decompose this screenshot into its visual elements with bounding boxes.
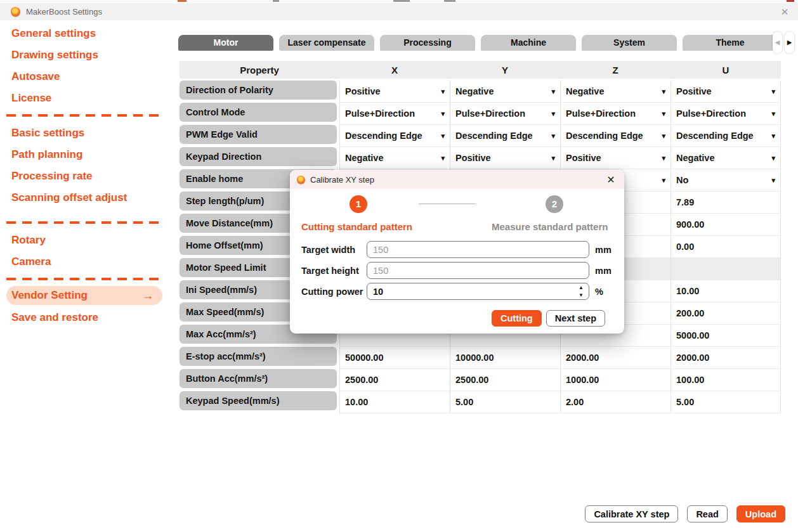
tab-bar: MotorLaser compensateProcessingMachineSy… xyxy=(178,35,778,51)
tab-machine[interactable]: Machine xyxy=(481,35,576,51)
cell-z-value[interactable]: 1000.00 xyxy=(560,369,670,391)
calibrate-xy-step-dialog: Calibrate XY step ✕ 1 2 Cutting standard… xyxy=(290,170,624,334)
cell-x-dropdown[interactable]: Descending Edge▾ xyxy=(339,125,450,147)
cell-y-value[interactable]: 10000.00 xyxy=(450,347,560,369)
cutting-button[interactable]: Cutting xyxy=(492,310,542,327)
sidebar-item-processing-rate[interactable]: Processing rate xyxy=(6,165,162,187)
tab-theme[interactable]: Theme xyxy=(683,35,778,51)
cell-value-text: 2000.00 xyxy=(676,353,709,363)
cutting-power-spinner[interactable]: ▲ ▼ xyxy=(577,285,585,298)
cell-y-dropdown[interactable]: Descending Edge▾ xyxy=(450,125,560,147)
table-row: PWM Edge ValidDescending Edge▾Descending… xyxy=(180,125,781,147)
tab-laser-compensate[interactable]: Laser compensate xyxy=(279,35,374,51)
cell-z-value[interactable]: 2000.00 xyxy=(560,347,670,369)
sidebar-item-autosave[interactable]: Autosave xyxy=(6,66,162,88)
cell-z-dropdown[interactable]: Positive▾ xyxy=(560,147,670,169)
cell-value-text: 5.00 xyxy=(455,397,473,407)
tab-scroll-right-icon[interactable]: ▶ xyxy=(785,32,794,53)
sidebar-item-vendor-setting[interactable]: Vendor Setting→ xyxy=(6,286,162,305)
cell-x-value[interactable]: 50000.00 xyxy=(339,347,450,369)
cell-z-dropdown[interactable]: Pulse+Direction▾ xyxy=(560,103,670,125)
calibrate-xy-step-button[interactable]: Calibrate XY step xyxy=(585,505,678,522)
titlebar: MakerBoost Settings ✕ xyxy=(0,3,798,20)
cell-z-value[interactable]: 2.00 xyxy=(560,391,670,413)
cell-u-value[interactable]: 7.89 xyxy=(670,191,781,214)
tab-scroll-left-icon[interactable]: ◀ xyxy=(773,32,782,53)
dropdown-value: Pulse+Direction xyxy=(345,108,415,119)
cell-u-dropdown[interactable]: No▾ xyxy=(670,169,781,191)
target-width-unit: mm xyxy=(595,245,612,255)
table-header: PropertyXYZU xyxy=(180,61,781,79)
dropdown-arrow-icon: ▾ xyxy=(662,88,665,96)
window-close-icon[interactable]: ✕ xyxy=(778,5,792,19)
cutting-power-label: Cutting power xyxy=(301,287,367,297)
upload-button[interactable]: Upload xyxy=(736,505,785,522)
tab-processing[interactable]: Processing xyxy=(380,35,475,51)
cell-u-value[interactable]: 5.00 xyxy=(670,391,781,413)
sidebar-item-drawing-settings[interactable]: Drawing settings xyxy=(6,44,162,66)
cell-u-dropdown[interactable]: Descending Edge▾ xyxy=(670,125,781,147)
dropdown-value: No xyxy=(676,175,688,185)
cell-u-dropdown[interactable]: Negative▾ xyxy=(670,147,781,169)
cell-u-value[interactable]: 2000.00 xyxy=(670,347,781,369)
property-label-pwm-edge-valid: PWM Edge Valid xyxy=(180,125,337,144)
cell-u-value[interactable]: 5000.00 xyxy=(670,325,781,347)
cell-x-dropdown[interactable]: Negative▾ xyxy=(339,147,450,169)
cell-z-dropdown[interactable]: Descending Edge▾ xyxy=(560,125,670,147)
cell-u-value[interactable]: 0.00 xyxy=(670,236,781,258)
cell-x-dropdown[interactable]: Pulse+Direction▾ xyxy=(339,103,450,125)
cell-y-dropdown[interactable]: Positive▾ xyxy=(450,147,560,169)
active-item-arrow-icon: → xyxy=(142,286,154,305)
column-header-property: Property xyxy=(180,65,339,75)
sidebar-item-label: Vendor Setting xyxy=(11,286,88,305)
cell-value-text: 2500.00 xyxy=(345,375,378,385)
sidebar-item-basic-settings[interactable]: Basic settings xyxy=(6,122,162,144)
dialog-close-icon[interactable]: ✕ xyxy=(604,172,618,186)
footer-buttons: Calibrate XY stepReadUpload xyxy=(585,505,785,522)
dropdown-arrow-icon: ▾ xyxy=(662,132,665,140)
sidebar-item-camera[interactable]: Camera xyxy=(6,251,162,273)
cell-u-value[interactable]: 100.00 xyxy=(670,369,781,391)
column-header-z: Z xyxy=(560,65,670,75)
dropdown-value: Negative xyxy=(676,153,714,163)
column-header-x: X xyxy=(339,65,450,75)
sidebar-item-license[interactable]: License xyxy=(6,88,162,109)
cell-y-value[interactable]: 5.00 xyxy=(450,391,560,413)
step-1-label: Cutting standard pattern xyxy=(301,221,412,232)
cell-x-value[interactable]: 2500.00 xyxy=(339,369,450,391)
dropdown-arrow-icon: ▾ xyxy=(551,154,555,162)
tab-motor[interactable]: Motor xyxy=(178,35,273,51)
cell-y-value[interactable]: 2500.00 xyxy=(450,369,560,391)
cell-x-value[interactable]: 10.00 xyxy=(339,391,450,413)
cell-value-text: 2000.00 xyxy=(566,353,599,363)
target-height-input[interactable] xyxy=(367,262,589,279)
table-row: Control ModePulse+Direction▾Pulse+Direct… xyxy=(180,103,781,125)
cell-y-dropdown[interactable]: Pulse+Direction▾ xyxy=(450,103,560,125)
dropdown-value: Pulse+Direction xyxy=(676,108,746,119)
read-button[interactable]: Read xyxy=(687,505,727,522)
cell-u-value[interactable]: 200.00 xyxy=(670,302,781,325)
cell-u-dropdown[interactable]: Positive▾ xyxy=(670,81,781,103)
cutting-power-input[interactable] xyxy=(367,283,589,300)
cell-z-dropdown[interactable]: Negative▾ xyxy=(560,81,670,103)
sidebar-item-general-settings[interactable]: General settings xyxy=(6,23,162,44)
target-width-input[interactable] xyxy=(367,241,589,258)
cell-y-dropdown[interactable]: Negative▾ xyxy=(450,81,560,103)
table-row: Keypad DirectionNegative▾Positive▾Positi… xyxy=(180,147,781,169)
sidebar-item-rotary[interactable]: Rotary xyxy=(6,230,162,251)
cell-u-value[interactable]: 10.00 xyxy=(670,280,781,302)
dropdown-value: Descending Edge xyxy=(676,131,754,141)
sidebar-item-save-and-restore[interactable]: Save and restore xyxy=(6,307,162,328)
sidebar-item-path-planning[interactable]: Path planning xyxy=(6,144,162,165)
cell-u-value[interactable]: 900.00 xyxy=(670,214,781,236)
cell-x-dropdown[interactable]: Positive▾ xyxy=(339,81,450,103)
cell-u-dropdown[interactable]: Pulse+Direction▾ xyxy=(670,103,781,125)
spinner-up-icon[interactable]: ▲ xyxy=(579,285,584,290)
target-width-label: Target width xyxy=(301,245,367,255)
property-label-keypad-direction: Keypad Direction xyxy=(180,147,337,166)
spinner-down-icon[interactable]: ▼ xyxy=(579,292,584,298)
sidebar-gap xyxy=(6,209,162,216)
sidebar-item-scanning-offset-adjust[interactable]: Scanning offset adjust xyxy=(6,187,162,209)
tab-system[interactable]: System xyxy=(582,35,677,51)
next-step-button[interactable]: Next step xyxy=(546,310,605,327)
